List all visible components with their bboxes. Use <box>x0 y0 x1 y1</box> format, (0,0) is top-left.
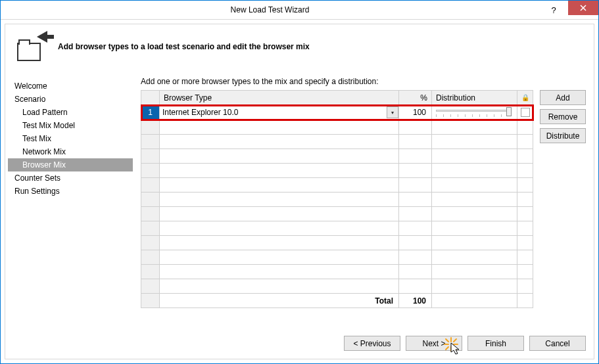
table-row <box>141 193 533 207</box>
total-label: Total <box>160 294 399 308</box>
title-bar: New Load Test Wizard ? <box>1 1 598 20</box>
row-index-cell[interactable]: 1 <box>141 105 160 120</box>
table-row <box>141 207 533 221</box>
table-row <box>141 178 533 193</box>
header-instruction: Add browser types to a load test scenari… <box>58 42 310 51</box>
table-caption: Add one or more browser types to the mix… <box>141 76 586 90</box>
table-row <box>141 265 533 279</box>
distribution-slider[interactable] <box>435 106 514 118</box>
wizard-footer: < Previous Next > Finish Cancel <box>5 328 594 359</box>
column-header-row: Browser Type % Distribution 🔒 <box>141 91 533 105</box>
total-row: Total 100 <box>141 294 533 308</box>
table-row[interactable]: 1Internet Explorer 10.0▾100 <box>141 105 533 120</box>
nav-item-test-mix[interactable]: Test Mix <box>8 132 133 145</box>
browser-mix-grid: Browser Type % Distribution 🔒 1Internet … <box>141 90 533 308</box>
cancel-button[interactable]: Cancel <box>529 336 586 351</box>
browser-type-cell[interactable]: Internet Explorer 10.0▾ <box>160 105 399 120</box>
table-row <box>141 250 533 265</box>
percent-column[interactable]: % <box>399 91 432 105</box>
previous-button[interactable]: < Previous <box>344 336 400 351</box>
nav-item-welcome[interactable]: Welcome <box>8 80 133 93</box>
nav-item-load-pattern[interactable]: Load Pattern <box>8 106 133 119</box>
chevron-down-icon[interactable]: ▾ <box>387 106 398 118</box>
table-row <box>141 221 533 236</box>
browser-type-dropdown[interactable]: Internet Explorer 10.0▾ <box>160 105 398 120</box>
row-header-column <box>141 91 160 105</box>
nav-item-run-settings[interactable]: Run Settings <box>8 185 133 198</box>
close-button[interactable] <box>568 1 598 15</box>
percent-cell[interactable]: 100 <box>399 105 432 120</box>
table-row <box>141 279 533 294</box>
nav-item-test-mix-model[interactable]: Test Mix Model <box>8 119 133 132</box>
lock-cell[interactable] <box>517 105 533 120</box>
wizard-steps-nav: WelcomeScenarioLoad PatternTest Mix Mode… <box>8 76 133 328</box>
table-row <box>141 120 533 135</box>
table-row <box>141 149 533 164</box>
total-percent: 100 <box>399 294 432 308</box>
window-title: New Load Test Wizard <box>1 5 539 14</box>
distribution-cell[interactable] <box>432 105 517 120</box>
wizard-header: Add browser types to a load test scenari… <box>5 24 594 76</box>
nav-item-browser-mix[interactable]: Browser Mix <box>8 158 133 171</box>
lock-column[interactable]: 🔒 <box>517 91 533 105</box>
finish-button[interactable]: Finish <box>467 336 524 351</box>
nav-item-network-mix[interactable]: Network Mix <box>8 145 133 158</box>
nav-item-counter-sets[interactable]: Counter Sets <box>8 171 133 185</box>
table-row <box>141 164 533 178</box>
close-icon <box>580 5 587 11</box>
table-row <box>141 135 533 149</box>
help-button[interactable]: ? <box>539 1 568 20</box>
remove-button[interactable]: Remove <box>540 109 586 124</box>
next-button[interactable]: Next > <box>406 336 462 351</box>
distribute-button[interactable]: Distribute <box>540 128 586 143</box>
wizard-icon <box>14 32 46 61</box>
browser-type-column[interactable]: Browser Type <box>160 91 399 105</box>
browser-type-value: Internet Explorer 10.0 <box>160 108 387 117</box>
table-row <box>141 236 533 250</box>
lock-checkbox[interactable] <box>521 108 530 117</box>
add-button[interactable]: Add <box>540 90 586 105</box>
distribution-column[interactable]: Distribution <box>432 91 517 105</box>
nav-item-scenario[interactable]: Scenario <box>8 93 133 106</box>
